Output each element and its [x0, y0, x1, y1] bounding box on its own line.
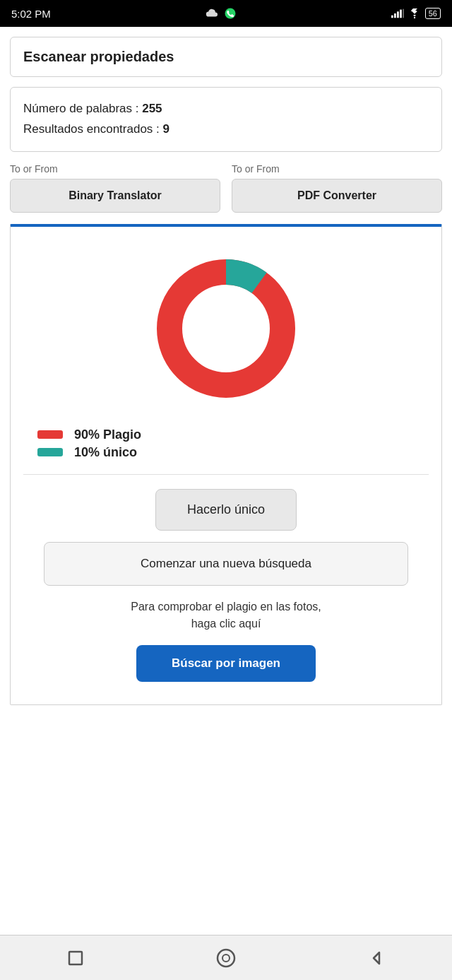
svg-marker-13 — [374, 952, 379, 964]
status-center-icons — [206, 7, 237, 20]
square-icon — [67, 950, 84, 967]
unique-color-swatch — [37, 448, 63, 456]
binary-translator-button[interactable]: Binary Translator — [10, 179, 220, 213]
svg-point-9 — [187, 290, 265, 367]
word-count-value: 255 — [142, 102, 162, 115]
scan-card: Escanear propiedades — [10, 37, 442, 77]
svg-point-12 — [222, 955, 230, 962]
plagio-color-swatch — [37, 430, 63, 439]
svg-rect-4 — [400, 10, 402, 18]
photo-info-text: Para comprobar el plagio en las fotos,ha… — [131, 598, 321, 632]
tools-section: To or From Binary Translator To or From … — [10, 163, 442, 213]
image-search-button[interactable]: Búscar por imagen — [136, 645, 316, 682]
nav-back-button[interactable] — [366, 947, 387, 969]
status-right-icons: 56 — [391, 8, 441, 19]
circle-icon — [216, 948, 236, 968]
word-count-row: Número de palabras : 255 — [23, 99, 429, 119]
scan-title: Escanear propiedades — [23, 49, 174, 64]
results-label: Resultados encontrados : — [23, 122, 163, 136]
signal-icon — [391, 8, 404, 18]
cloud-icon — [206, 8, 218, 19]
make-unique-button[interactable]: Hacerlo único — [155, 489, 297, 531]
new-search-button[interactable]: Comenzar una nueva búsqueda — [44, 542, 409, 586]
results-row: Resultados encontrados : 9 — [23, 119, 429, 140]
results-value: 9 — [163, 122, 170, 136]
main-content: Escanear propiedades Número de palabras … — [0, 27, 452, 935]
back-icon — [368, 950, 385, 967]
divider — [23, 474, 429, 475]
word-count-label: Número de palabras : — [23, 102, 142, 115]
status-bar: 5:02 PM 56 — [0, 0, 452, 27]
bottom-spacer — [0, 705, 452, 719]
plagio-legend-row: 90% Plagio — [37, 427, 415, 442]
nav-home-button[interactable] — [215, 947, 237, 969]
svg-rect-1 — [391, 16, 393, 18]
nav-square-button[interactable] — [65, 947, 86, 969]
svg-point-6 — [414, 17, 415, 18]
wifi-icon — [408, 8, 421, 18]
pdf-converter-button[interactable]: PDF Converter — [232, 179, 442, 213]
unique-legend-label: 10% único — [74, 445, 137, 460]
left-tool-col: To or From Binary Translator — [10, 163, 220, 213]
whatsapp-icon — [224, 7, 237, 20]
svg-point-11 — [218, 950, 234, 967]
svg-rect-3 — [397, 11, 399, 18]
svg-rect-2 — [394, 13, 396, 18]
donut-chart — [148, 251, 304, 406]
svg-point-0 — [225, 8, 235, 19]
status-time: 5:02 PM — [11, 8, 51, 20]
results-panel: 90% Plagio 10% único Hacerlo único Comen… — [10, 224, 442, 705]
bottom-nav — [0, 935, 452, 980]
battery-icon: 56 — [425, 8, 441, 19]
stats-card: Número de palabras : 255 Resultados enco… — [10, 87, 442, 152]
unique-legend-row: 10% único — [37, 445, 415, 460]
plagio-legend-label: 90% Plagio — [74, 427, 141, 442]
right-tool-col: To or From PDF Converter — [232, 163, 442, 213]
left-tool-label: To or From — [10, 163, 220, 175]
legend: 90% Plagio 10% único — [23, 427, 429, 460]
svg-rect-5 — [403, 9, 404, 18]
right-tool-label: To or From — [232, 163, 442, 175]
svg-rect-10 — [69, 952, 82, 964]
